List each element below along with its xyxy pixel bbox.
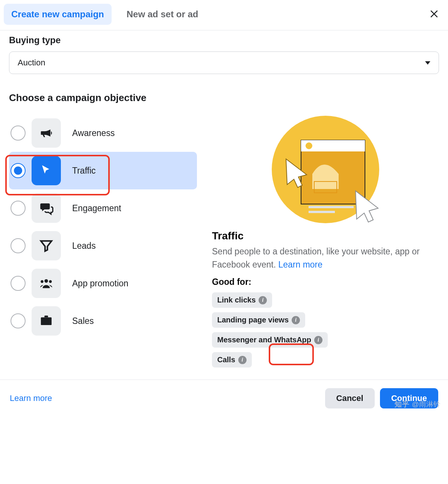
objective-sales[interactable]: Sales: [9, 302, 197, 340]
svg-point-3: [41, 280, 43, 283]
objective-label: Engagement: [72, 203, 121, 213]
svg-rect-11: [309, 206, 354, 208]
buying-type-value: Auction: [18, 58, 45, 68]
learn-more-link[interactable]: Learn more: [278, 260, 322, 269]
radio-engagement[interactable]: [11, 201, 26, 216]
modal-footer: Learn more Cancel Continue: [0, 380, 448, 417]
chat-icon: [32, 194, 61, 223]
objective-engagement[interactable]: Engagement: [9, 189, 197, 227]
objective-label: Leads: [72, 241, 96, 251]
objective-leads[interactable]: Leads: [9, 227, 197, 265]
traffic-illustration: [269, 116, 382, 225]
radio-app-promotion[interactable]: [11, 276, 26, 291]
info-icon[interactable]: i: [259, 296, 267, 304]
chip-calls: Callsi: [212, 352, 252, 368]
detail-description: Send people to a destination, like your …: [212, 245, 439, 271]
objective-label: Traffic: [72, 166, 96, 176]
objective-label: Sales: [72, 316, 94, 326]
good-for-label: Good for:: [212, 277, 439, 287]
objective-heading: Choose a campaign objective: [9, 92, 439, 104]
tab-new-adset[interactable]: New ad set or ad: [119, 4, 206, 25]
cancel-button[interactable]: Cancel: [325, 388, 375, 408]
modal-header: Create new campaign New ad set or ad: [0, 0, 448, 30]
close-icon[interactable]: [429, 9, 439, 21]
info-icon[interactable]: i: [292, 316, 300, 324]
radio-leads[interactable]: [11, 238, 26, 253]
continue-button[interactable]: Continue: [380, 388, 438, 408]
chip-link-clicks: Link clicksi: [212, 292, 272, 308]
radio-awareness[interactable]: [11, 126, 26, 141]
buying-type-label: Buying type: [9, 35, 439, 45]
group-icon: [32, 269, 61, 298]
info-icon[interactable]: i: [314, 336, 322, 344]
svg-point-2: [44, 279, 48, 283]
cursor-icon: [32, 156, 61, 185]
objective-traffic[interactable]: Traffic: [9, 152, 197, 189]
objective-label: App promotion: [72, 278, 129, 289]
objective-detail: Traffic Send people to a destination, li…: [212, 114, 439, 372]
megaphone-icon: [32, 118, 61, 148]
chevron-down-icon: [425, 61, 430, 65]
objective-awareness[interactable]: Awareness: [9, 114, 197, 152]
svg-point-9: [306, 142, 312, 149]
detail-title: Traffic: [212, 230, 439, 242]
footer-learn-more-link[interactable]: Learn more: [10, 393, 52, 403]
objective-list: Awareness Traffic Engagement: [9, 114, 197, 372]
svg-rect-12: [309, 211, 335, 213]
info-icon[interactable]: i: [238, 356, 247, 364]
radio-traffic[interactable]: [11, 163, 26, 178]
chip-landing-page-views: Landing page viewsi: [212, 312, 305, 328]
buying-type-select[interactable]: Auction: [9, 51, 439, 74]
objective-label: Awareness: [72, 128, 115, 138]
briefcase-icon: [32, 306, 61, 336]
funnel-icon: [32, 231, 61, 260]
svg-rect-5: [41, 318, 52, 325]
chip-messenger-whatsapp: Messenger and WhatsAppi: [212, 332, 328, 348]
radio-sales[interactable]: [11, 313, 26, 328]
objective-app-promotion[interactable]: App promotion: [9, 265, 197, 302]
tab-create-campaign[interactable]: Create new campaign: [4, 4, 112, 25]
svg-point-4: [49, 280, 51, 283]
